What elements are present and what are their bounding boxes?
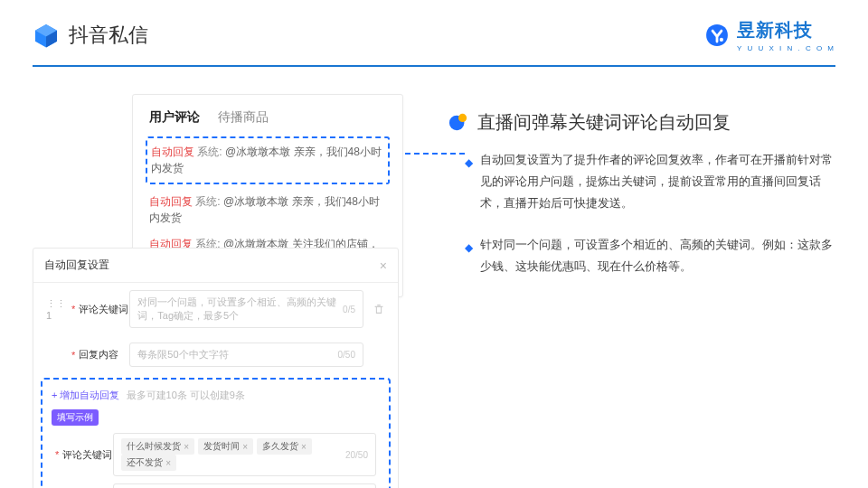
ex-kw-label: 评论关键词 [62, 448, 113, 462]
svg-point-2 [458, 114, 467, 122]
add-reply-button[interactable]: + 增加自动回复 [52, 389, 119, 400]
bullet-text: 自动回复设置为了提升作者的评论回复效率，作者可在开播前针对常见的评论用户问题，提… [480, 149, 835, 214]
ex-kw-input[interactable]: 什么时候发货×发货时间×多久发货×还不发货× 20/50 [113, 433, 376, 476]
brand-name: 昱新科技 [737, 18, 835, 42]
tab-user-comments[interactable]: 用户评论 [149, 109, 200, 126]
section-title: 直播间弹幕关键词评论自动回复 [477, 110, 731, 135]
ex-reply-input[interactable]: 亲，我们这边都是下单48小时内发货的哦～ 37/50 [113, 483, 376, 488]
page-title: 抖音私信 [69, 22, 148, 49]
required-dot: * [71, 350, 75, 361]
tab-pending-goods[interactable]: 待播商品 [218, 109, 269, 126]
row-ordinal: ⋮⋮ 1 [46, 298, 62, 321]
ex-kw-counter: 20/50 [345, 450, 368, 460]
keyword-chip[interactable]: 发货时间× [198, 438, 253, 455]
diamond-icon: ◆ [465, 153, 473, 214]
close-icon[interactable]: × [380, 258, 387, 273]
brand-icon [704, 23, 730, 48]
example-group: + 增加自动回复 最多可建10条 可以创建9条 填写示例 * 评论关键词 什么时… [41, 378, 391, 488]
reply-input[interactable]: 每条限50个中文字符 0/50 [129, 343, 363, 367]
required-dot: * [71, 304, 75, 314]
highlighted-reply: 自动回复 系统: @冰墩墩本墩 亲亲，我们48小时内发货 [146, 136, 390, 184]
auto-reply-tag: 自动回复 [151, 145, 194, 158]
connector-line [405, 153, 465, 155]
remove-chip-icon[interactable]: × [301, 442, 307, 452]
settings-title: 自动回复设置 [44, 258, 109, 273]
keyword-label: 评论关键词 [79, 303, 129, 316]
example-badge: 填写示例 [52, 409, 99, 426]
settings-card: 自动回复设置 × ⋮⋮ 1 * 评论关键词 对同一个问题，可设置多个相近、高频的… [33, 248, 399, 488]
cube-icon [33, 22, 60, 49]
keyword-chip[interactable]: 还不发货× [121, 455, 176, 471]
system-label: 系统: [197, 145, 222, 158]
auto-reply-tag: 自动回复 [149, 195, 193, 208]
remove-chip-icon[interactable]: × [184, 442, 189, 452]
delete-icon[interactable] [373, 303, 385, 315]
svg-point-0 [720, 38, 723, 42]
add-hint: 最多可建10条 可以创建9条 [127, 389, 245, 400]
reply-counter: 0/50 [338, 350, 355, 360]
reply-label: 回复内容 [79, 348, 129, 361]
keyword-chip[interactable]: 多久发货× [257, 438, 312, 455]
keyword-input[interactable]: 对同一个问题，可设置多个相近、高频的关键词，Tag确定，最多5个 0/5 [129, 290, 363, 328]
keyword-chip[interactable]: 什么时候发货× [121, 438, 194, 455]
brand-sub: Y U U X I N . C O M [737, 44, 835, 52]
remove-chip-icon[interactable]: × [165, 458, 171, 468]
diamond-icon: ◆ [465, 238, 473, 277]
kw-counter: 0/5 [343, 305, 355, 314]
brand-area: 昱新科技 Y U U X I N . C O M [704, 18, 835, 52]
page-header: 抖音私信 昱新科技 Y U U X I N . C O M [0, 0, 868, 65]
system-label: 系统: [195, 195, 220, 208]
speech-icon [448, 112, 468, 132]
remove-chip-icon[interactable]: × [242, 442, 248, 452]
bullet-text: 针对同一个问题，可设置多个相近的、高频的关键词。例如：这款多少钱、这块能优惠吗、… [480, 234, 835, 277]
